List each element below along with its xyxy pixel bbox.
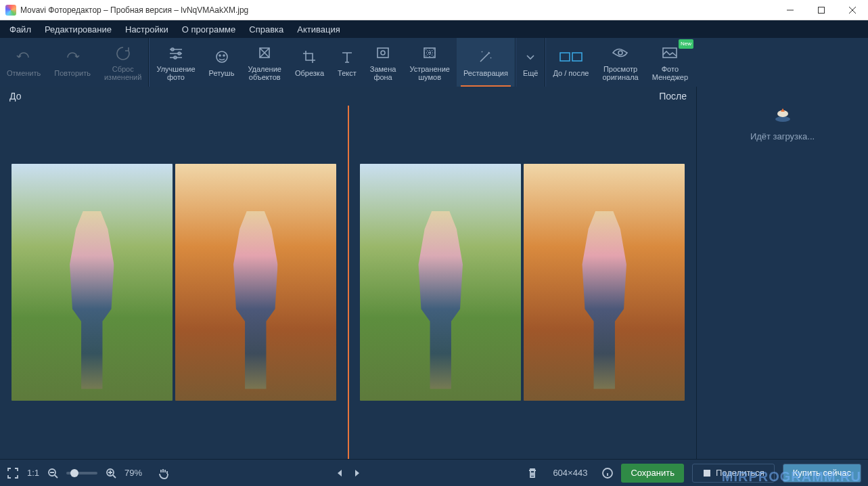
canvas-body[interactable] [0,106,696,459]
save-button[interactable]: Сохранить [621,464,684,483]
workspace: До После Идёт загрузка... [0,87,868,459]
restoration-button[interactable]: Реставрация [457,38,515,87]
app-logo-icon [5,5,16,16]
crop-icon [301,47,319,66]
zoom-out-button[interactable] [47,468,58,479]
side-panel: Идёт загрузка... [696,87,868,459]
svg-point-16 [618,51,622,55]
delete-button[interactable] [527,467,538,479]
crop-button[interactable]: Обрезка [288,38,331,87]
info-button[interactable] [602,468,613,479]
close-button[interactable] [837,0,868,20]
bottom-bar: 1:1 79% 604×443 Сохранить Поделиться Куп… [0,459,868,486]
noise-icon [421,43,438,62]
undo-button[interactable]: Отменить [0,38,47,87]
after-label: После [659,91,687,102]
redo-icon [64,47,81,66]
maximize-button[interactable] [806,0,837,20]
svg-point-7 [216,51,227,62]
menu-activation[interactable]: Активация [290,22,346,37]
menu-bar: Файл Редактирование Настройки О программ… [0,20,868,38]
undo-icon [15,47,32,66]
more-button[interactable]: Ещё [516,38,545,87]
redo-button[interactable]: Повторить [47,38,97,87]
reset-icon [114,43,132,62]
svg-rect-1 [819,7,825,13]
chevron-down-icon [524,47,537,66]
before-image [12,164,336,401]
buy-button[interactable]: Купить сейчас [783,464,861,483]
menu-settings[interactable]: Настройки [118,22,175,37]
window-title: Movavi Фоторедактор – Пробная версия – l… [20,5,248,15]
sliders-icon [167,43,185,62]
svg-point-18 [775,116,790,122]
pan-button[interactable] [157,467,169,479]
zoom-in-button[interactable] [106,468,116,479]
zoom-ratio-button[interactable]: 1:1 [27,468,39,478]
svg-point-12 [381,51,385,55]
menu-edit[interactable]: Редактирование [38,22,118,37]
menu-help[interactable]: Справка [242,22,290,37]
compare-icon [559,47,583,66]
menu-about[interactable]: О программе [175,22,243,37]
fullscreen-button[interactable] [7,467,19,479]
enhance-button[interactable]: Улучшение фото [150,38,202,87]
zoom-percent: 79% [124,468,142,478]
loading-icon [773,107,792,123]
retouch-button[interactable]: Ретушь [202,38,242,87]
svg-rect-14 [560,53,570,61]
remove-objects-button[interactable]: Удаление объектов [241,38,288,87]
face-icon [213,47,231,66]
after-pane [349,106,697,459]
reset-button[interactable]: Сброс изменений [97,38,148,87]
new-badge: New [679,39,693,49]
background-button[interactable]: Замена фона [363,38,403,87]
svg-rect-11 [378,48,388,58]
zoom-slider[interactable] [66,472,97,474]
before-after-button[interactable]: До / после [546,38,595,87]
after-image [360,164,685,401]
toolbar: Отменить Повторить Сброс изменений Улучш… [0,38,868,87]
svg-rect-23 [704,470,710,477]
text-button[interactable]: Текст [331,38,363,87]
view-original-button[interactable]: Просмотр оригинала [595,38,645,87]
noise-button[interactable]: Устранение шумов [403,38,457,87]
svg-rect-15 [572,53,582,61]
before-after-header: До После [0,87,696,106]
svg-point-9 [223,55,225,56]
text-icon [338,47,356,66]
before-label: До [9,91,21,102]
window-titlebar: Movavi Фоторедактор – Пробная версия – l… [0,0,868,20]
menu-file[interactable]: Файл [3,22,38,37]
next-button[interactable] [352,468,362,478]
background-icon [374,43,392,62]
eye-icon [612,43,629,62]
share-button[interactable]: Поделиться [692,464,775,483]
gallery-icon [661,43,679,62]
image-dimensions: 604×443 [553,468,587,478]
photo-manager-button[interactable]: New Фото Менеджер [645,38,695,87]
loading-text: Идёт загрузка... [750,131,815,141]
before-pane [0,106,348,459]
prev-button[interactable] [335,468,344,478]
wand-icon [477,47,495,66]
eraser-icon [256,43,273,62]
svg-point-8 [219,55,221,56]
canvas-area: До После [0,87,696,459]
minimize-button[interactable] [775,0,806,20]
